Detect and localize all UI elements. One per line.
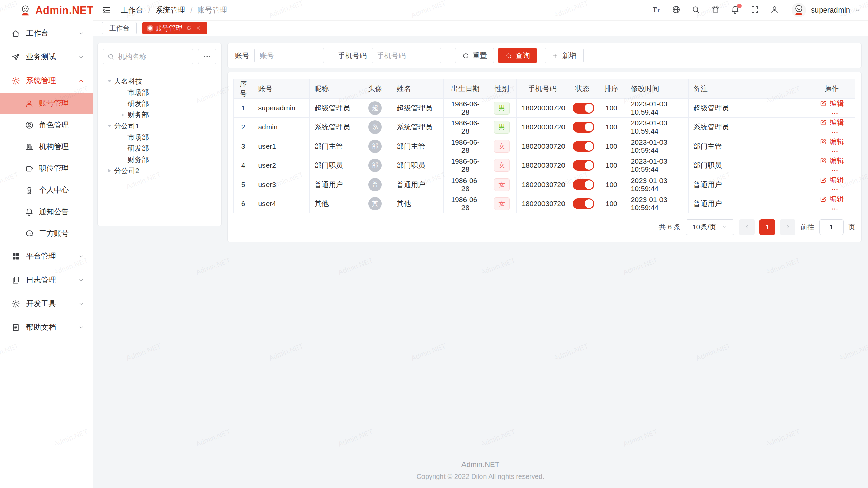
status-toggle[interactable] — [573, 198, 594, 209]
chat-icon — [25, 229, 34, 238]
edit-button[interactable]: 编辑 — [820, 194, 844, 204]
cell-status — [568, 137, 597, 156]
tree-node-研发部[interactable]: 研发部 — [101, 143, 218, 154]
sidebar-subitem-三方账号[interactable]: 三方账号 — [0, 223, 93, 244]
sidebar-subitem-账号管理[interactable]: 账号管理 — [0, 93, 93, 114]
collapse-sidebar-icon[interactable] — [102, 5, 111, 15]
tree-node-label: 大名科技 — [114, 77, 142, 86]
close-icon[interactable] — [195, 25, 201, 31]
cell-ops: 编辑 — [808, 137, 855, 156]
tree-node-财务部[interactable]: 财务部 — [101, 109, 218, 120]
cell-ops: 编辑 — [808, 175, 855, 194]
account-input[interactable] — [254, 48, 324, 63]
row-more-button[interactable] — [831, 147, 839, 156]
tree-caret-icon[interactable] — [105, 78, 114, 84]
sidebar-item-系统管理[interactable]: 系统管理 — [0, 69, 93, 93]
tree-node-市场部[interactable]: 市场部 — [101, 87, 218, 98]
sidebar-item-平台管理[interactable]: 平台管理 — [0, 244, 93, 268]
row-more-button[interactable] — [831, 186, 839, 194]
status-toggle[interactable] — [573, 179, 594, 190]
edit-icon — [820, 157, 827, 164]
edit-icon — [820, 138, 827, 145]
notification-bell-icon[interactable] — [731, 5, 740, 16]
sidebar-item-开发工具[interactable]: 开发工具 — [0, 292, 93, 316]
column-header-modified: 修改时间 — [626, 79, 688, 99]
edit-button[interactable]: 编辑 — [820, 156, 844, 165]
tab-bar: 工作台账号管理 — [93, 21, 868, 36]
tree-caret-icon[interactable] — [105, 123, 114, 129]
reset-button[interactable]: 重置 — [455, 48, 494, 63]
org-search — [103, 49, 193, 64]
user-icon[interactable] — [770, 5, 779, 16]
theme-shirt-icon[interactable] — [711, 5, 720, 16]
sidebar-item-日志管理[interactable]: 日志管理 — [0, 268, 93, 292]
edit-button[interactable]: 编辑 — [820, 137, 844, 146]
status-toggle[interactable] — [573, 122, 594, 133]
username[interactable]: superadmin — [811, 6, 850, 15]
search-button[interactable]: 查询 — [498, 48, 537, 63]
edit-button[interactable]: 编辑 — [820, 99, 844, 108]
column-header-account: 账号 — [253, 79, 310, 99]
goto-page-input[interactable] — [819, 219, 844, 235]
gender-badge: 女 — [494, 178, 510, 191]
tab-工作台[interactable]: 工作台 — [102, 22, 137, 34]
tree-node-label: 财务部 — [127, 155, 149, 164]
fontsize-icon[interactable]: TT — [652, 5, 661, 16]
row-more-button[interactable] — [831, 128, 839, 137]
page-size-select[interactable]: 10条/页 — [686, 219, 734, 235]
breadcrumb-item[interactable]: 工作台 — [121, 5, 143, 15]
fullscreen-icon[interactable] — [750, 5, 760, 16]
tree-node-研发部[interactable]: 研发部 — [101, 98, 218, 109]
status-toggle[interactable] — [573, 160, 594, 171]
edit-button[interactable]: 编辑 — [820, 118, 844, 127]
search-icon[interactable] — [691, 5, 701, 16]
tree-node-大名科技[interactable]: 大名科技 — [101, 76, 218, 87]
edit-button[interactable]: 编辑 — [820, 175, 844, 185]
row-more-button[interactable] — [831, 167, 839, 175]
tree-node-市场部[interactable]: 市场部 — [101, 131, 218, 143]
sidebar-subitem-职位管理[interactable]: 职位管理 — [0, 158, 93, 179]
cell-modified: 2023-01-03 10:59:44 — [626, 175, 688, 194]
row-more-button[interactable] — [831, 205, 839, 213]
language-icon[interactable] — [672, 5, 681, 16]
sidebar-subitem-个人中心[interactable]: 个人中心 — [0, 179, 93, 201]
cell-remark: 超级管理员 — [688, 99, 808, 118]
row-avatar: 其 — [368, 197, 382, 210]
status-toggle[interactable] — [573, 103, 594, 114]
tree-caret-icon[interactable] — [119, 113, 127, 117]
sidebar-item-业务测试[interactable]: 业务测试 — [0, 45, 93, 69]
tab-账号管理[interactable]: 账号管理 — [142, 22, 207, 34]
sidebar-item-帮助文档[interactable]: 帮助文档 — [0, 316, 93, 339]
user-avatar[interactable] — [792, 3, 806, 17]
send-icon — [11, 53, 20, 62]
sidebar-subitem-机构管理[interactable]: 机构管理 — [0, 136, 93, 158]
prev-page-button[interactable] — [739, 219, 755, 235]
sidebar-item-工作台[interactable]: 工作台 — [0, 21, 93, 45]
status-toggle[interactable] — [573, 141, 594, 152]
page-unit-label: 页 — [848, 222, 855, 232]
row-more-button[interactable] — [831, 109, 839, 117]
tree-node-财务部[interactable]: 财务部 — [101, 154, 218, 165]
cell-name: 系统管理员 — [392, 118, 444, 137]
tree-more-button[interactable] — [198, 49, 216, 64]
phone-input[interactable] — [372, 48, 441, 63]
cell-gender: 女 — [487, 175, 517, 194]
add-button[interactable]: 新增 — [545, 48, 584, 63]
breadcrumb-item[interactable]: 系统管理 — [155, 5, 185, 15]
tree-node-分公司2[interactable]: 分公司2 — [101, 165, 218, 176]
home-icon — [11, 29, 20, 38]
chevron-down-icon — [78, 301, 84, 307]
cell-phone: 18020030720 — [517, 118, 568, 137]
org-search-input[interactable] — [103, 49, 193, 64]
refresh-icon[interactable] — [186, 25, 192, 31]
cell-index: 2 — [234, 118, 253, 137]
cell-index: 1 — [234, 99, 253, 118]
cell-name: 超级管理员 — [392, 99, 444, 118]
tree-node-分公司1[interactable]: 分公司1 — [101, 120, 218, 131]
tree-caret-icon[interactable] — [105, 169, 114, 173]
sidebar-subitem-角色管理[interactable]: 角色管理 — [0, 114, 93, 136]
chevron-down-icon[interactable] — [854, 7, 861, 13]
next-page-button[interactable] — [780, 219, 795, 235]
sidebar-subitem-通知公告[interactable]: 通知公告 — [0, 201, 93, 223]
current-page-button[interactable]: 1 — [760, 219, 775, 235]
